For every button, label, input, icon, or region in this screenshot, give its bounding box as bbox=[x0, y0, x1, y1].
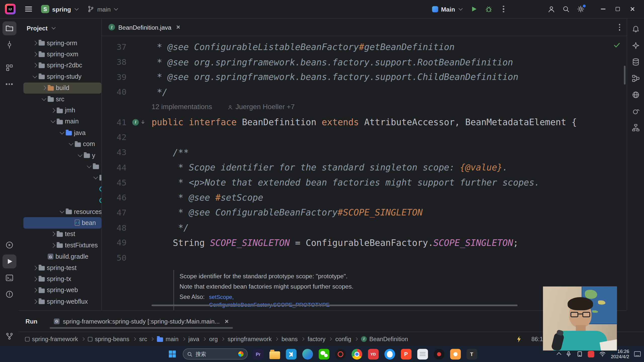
tree-item-y[interactable]: y bbox=[23, 150, 101, 161]
gradle-button[interactable] bbox=[629, 104, 643, 118]
chevron-right-icon[interactable] bbox=[51, 243, 55, 248]
project-widget[interactable]: S spring bbox=[37, 3, 82, 16]
line-number[interactable]: 47 bbox=[102, 208, 127, 217]
chevron-right-icon[interactable] bbox=[33, 277, 37, 281]
implementations-inlay[interactable]: 12 implementations bbox=[151, 103, 212, 111]
tree-item-testFixtures[interactable]: testFixtures bbox=[23, 240, 101, 251]
chevron-right-icon[interactable] bbox=[51, 232, 55, 236]
line-number[interactable]: 44 bbox=[102, 162, 127, 172]
run-tab-close-icon[interactable] bbox=[225, 319, 229, 323]
tree-item-resources[interactable]: resources bbox=[23, 206, 101, 217]
tree-item-jmh[interactable]: jmh bbox=[23, 105, 101, 116]
notifications-button[interactable] bbox=[629, 22, 643, 36]
close-button[interactable] bbox=[626, 3, 639, 15]
tray-expand-icon[interactable] bbox=[557, 352, 561, 357]
chevron-down-icon[interactable] bbox=[51, 118, 55, 123]
editor-options-icon[interactable] bbox=[619, 24, 620, 31]
code-editor[interactable]: 37 * @see ConfigurableListableBeanFactor… bbox=[102, 36, 627, 310]
caret-position[interactable]: 86:1 bbox=[531, 336, 543, 342]
breadcrumb-beandefinition[interactable]: IBeanDefinition bbox=[361, 336, 408, 342]
chevron-down-icon[interactable] bbox=[33, 74, 37, 78]
start-button[interactable] bbox=[166, 348, 178, 360]
breadcrumb-beans[interactable]: beans bbox=[281, 336, 298, 342]
tree-item-com[interactable]: com bbox=[23, 139, 101, 150]
run-button[interactable] bbox=[467, 3, 480, 15]
tree-item-package-clipped[interactable] bbox=[23, 172, 101, 184]
doc-link-setscope[interactable]: setScope, bbox=[209, 293, 330, 301]
breadcrumb-src[interactable]: src bbox=[139, 336, 147, 342]
chevron-right-icon[interactable] bbox=[51, 108, 55, 113]
tablet-icon[interactable] bbox=[577, 351, 583, 357]
more-toolwindows-button[interactable] bbox=[2, 77, 16, 91]
chevron-right-icon[interactable] bbox=[33, 52, 37, 56]
notification-center-icon[interactable] bbox=[634, 351, 641, 357]
taskbar-browser[interactable] bbox=[301, 348, 313, 360]
breadcrumb-main[interactable]: main bbox=[157, 336, 179, 342]
minimize-button[interactable] bbox=[596, 3, 610, 15]
interface-gutter-icon[interactable]: I bbox=[132, 119, 139, 125]
tree-item-spring-orm[interactable]: spring-orm bbox=[23, 37, 101, 49]
user-account-button[interactable] bbox=[545, 3, 558, 15]
breadcrumb-config[interactable]: config bbox=[335, 336, 351, 342]
tree-item-spring-r2dbc[interactable]: spring-r2dbc bbox=[23, 60, 101, 71]
vcs-branch-widget[interactable]: main bbox=[83, 3, 121, 16]
database-button[interactable] bbox=[629, 55, 643, 69]
tree-item-main[interactable]: main bbox=[23, 116, 101, 127]
line-number[interactable]: 41 bbox=[102, 117, 127, 127]
tree-item-spring-tx[interactable]: spring-tx bbox=[23, 274, 101, 285]
line-number[interactable]: 39 bbox=[102, 72, 127, 82]
tree-item-bean-selected[interactable]: bean bbox=[23, 217, 101, 229]
structure-toolwindow-button[interactable] bbox=[2, 61, 16, 75]
chevron-down-icon[interactable] bbox=[87, 163, 91, 168]
taskbar-search-box[interactable]: 搜索 bbox=[183, 348, 248, 359]
taskbar-wechat[interactable] bbox=[318, 348, 330, 360]
tree-item-spring-oxm[interactable]: spring-oxm bbox=[23, 49, 101, 60]
tree-item-package-clipped[interactable] bbox=[23, 161, 101, 172]
problems-toolwindow-button[interactable] bbox=[2, 287, 16, 301]
chevron-right-icon[interactable] bbox=[33, 288, 37, 293]
wifi-icon[interactable] bbox=[599, 351, 606, 357]
tree-item-java[interactable]: java bbox=[23, 127, 101, 139]
implementations-arrow-icon[interactable] bbox=[140, 119, 146, 125]
taskbar-youdao[interactable]: YD bbox=[367, 348, 379, 360]
taskbar-chrome[interactable] bbox=[351, 348, 363, 360]
breadcrumb-java[interactable]: java bbox=[188, 336, 199, 342]
breadcrumb-springframework[interactable]: springframework bbox=[228, 336, 272, 342]
project-panel-header[interactable]: Project bbox=[18, 18, 101, 37]
tab-beandefinition[interactable]: I BeanDefinition.java bbox=[108, 24, 180, 31]
taskbar-wps[interactable]: P bbox=[400, 348, 412, 360]
editor-area[interactable]: I BeanDefinition.java 37 * @see Configur… bbox=[101, 18, 627, 310]
run-tab[interactable]: G spring-framework:spring-study [:spring… bbox=[50, 311, 233, 332]
tree-item-spring-study[interactable]: spring-study bbox=[23, 71, 101, 82]
line-number[interactable]: 43 bbox=[102, 147, 127, 157]
tree-item-file-clipped[interactable] bbox=[23, 195, 101, 206]
taskbar-vscode[interactable] bbox=[285, 348, 297, 360]
hierarchy-button[interactable] bbox=[629, 121, 643, 135]
run-toolwindow-button[interactable] bbox=[2, 254, 16, 268]
tree-item-test[interactable]: test bbox=[23, 229, 101, 240]
line-number[interactable]: 37 bbox=[102, 42, 127, 52]
tree-item-build-gradle[interactable]: Gbuild.gradle bbox=[23, 251, 101, 262]
services-button[interactable] bbox=[2, 238, 16, 252]
tray-app-icon[interactable] bbox=[588, 351, 594, 357]
breadcrumb-factory[interactable]: factory bbox=[308, 336, 326, 342]
chevron-right-icon[interactable] bbox=[33, 299, 37, 304]
breadcrumb-spring-beans[interactable]: spring-beans bbox=[88, 336, 129, 342]
tree-item-file-clipped[interactable] bbox=[23, 184, 101, 195]
tree-item-build[interactable]: build bbox=[23, 82, 101, 94]
taskbar-app-pr[interactable]: Pr bbox=[252, 348, 264, 360]
chevron-right-icon[interactable] bbox=[42, 86, 46, 90]
chevron-down-icon[interactable] bbox=[60, 130, 64, 134]
chevron-down-icon[interactable] bbox=[78, 152, 82, 157]
main-menu-button[interactable] bbox=[21, 3, 36, 16]
project-toolwindow-button[interactable] bbox=[2, 21, 16, 35]
taskbar-recorder[interactable] bbox=[433, 348, 445, 360]
taskbar-orange-app[interactable] bbox=[449, 348, 461, 360]
line-number[interactable]: 45 bbox=[102, 177, 127, 187]
chevron-right-icon[interactable] bbox=[33, 41, 37, 45]
taskbar-music[interactable] bbox=[334, 348, 346, 360]
taskbar-typora[interactable]: T bbox=[466, 348, 477, 360]
line-number[interactable]: 38 bbox=[102, 57, 127, 67]
ai-assistant-button[interactable] bbox=[629, 38, 643, 53]
chevron-down-icon[interactable] bbox=[42, 96, 46, 101]
